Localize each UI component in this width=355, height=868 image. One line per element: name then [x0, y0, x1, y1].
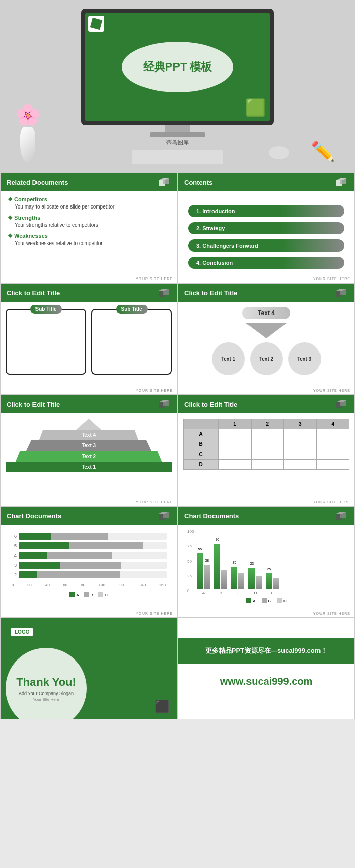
hbar-row-1: 6: [11, 533, 167, 540]
bar-group-5: 25 E: [266, 573, 279, 595]
strengths-desc: Your strengths relative to competitors: [15, 222, 170, 228]
hbar-row-4: 3: [11, 562, 167, 569]
contents-panel: Contents 1. Introduction 2. Strategy 3. …: [178, 172, 355, 283]
edit-panel-3: Click to Edit Title Text 4 Text 3 Text 2…: [0, 395, 178, 506]
cell-c4: [316, 449, 349, 460]
pyramid-chart: Text 4 Text 3 Text 2 Text 1: [1, 413, 177, 477]
related-docs-panel: Related Documents Competitors You may to…: [0, 172, 178, 283]
cell-b3: [284, 439, 316, 449]
cube-icon-4: [334, 286, 348, 300]
related-item-competitors: Competitors You may to allocate one slid…: [8, 196, 170, 210]
circles-row: Text 1 Text 2 Text 3: [183, 342, 349, 375]
cube-icon-2: [334, 175, 348, 189]
col-header-1: 1: [219, 419, 251, 429]
hbar-chart-body: 6 5 4: [1, 525, 177, 605]
bar-groups: 55 38 A 90: [197, 529, 345, 595]
promo-line1: 更多精品PPT资源尽在—sucai999.com！: [205, 647, 328, 654]
legend-c: C: [98, 592, 108, 597]
contents-header: Contents: [178, 173, 354, 191]
hbar-green-1: [19, 533, 51, 540]
cell-a4: [316, 429, 349, 439]
bar-group-1: 55 38 A: [197, 553, 210, 595]
bar-gray-5: [273, 578, 279, 589]
bar-group-4: 33 D: [248, 568, 262, 595]
edit-title-1: Click to Edit Title: [7, 289, 60, 297]
related-docs-title: Related Documents: [7, 179, 68, 186]
promo-url: www.sucai999.com: [220, 676, 313, 687]
row-header-a: A: [184, 429, 219, 439]
bar-pair-4: 33: [248, 568, 262, 589]
pyramid-level-1: Text 1: [6, 462, 172, 472]
cell-b2: [251, 439, 283, 449]
col-box-1: Sub Title: [6, 309, 86, 375]
chart-header-2: Chart Documents: [178, 507, 354, 525]
two-col-boxes: Sub Title Sub Title: [1, 304, 177, 380]
chart-title-1: Chart Documents: [7, 512, 61, 520]
cell-a3: [284, 429, 316, 439]
hbar-gray-3: [47, 552, 112, 559]
contents-title: Contents: [184, 179, 212, 186]
promo-line1-block: 更多精品PPT资源尽在—sucai999.com！: [178, 638, 354, 664]
bar-xlabel-2: B: [220, 591, 222, 595]
edit-title-4: Click to Edit Title: [184, 401, 237, 408]
bar-gray-4: [256, 576, 262, 589]
contents-btn-2: 2. Strategy: [188, 222, 344, 234]
row-header-c: C: [184, 449, 219, 460]
bar3d-chart-body: 1007550250 55 38 A: [178, 525, 354, 607]
pyramid-level-4: Text 4: [39, 430, 139, 440]
cell-c2: [251, 449, 283, 460]
pencils-decoration: ✏️: [311, 140, 335, 162]
thankyou-sub: Add Your Company Slogan: [19, 691, 74, 696]
footer-watermark-7: YOUR SITE HERE: [136, 612, 173, 615]
table-row-a: A: [184, 429, 349, 439]
thankyou-panel: LOGO Thank You! Add Your Company Slogan …: [0, 618, 178, 719]
cube-icon-3: [157, 286, 171, 300]
table-row-b: B: [184, 439, 349, 449]
footer-watermark-5: YOUR SITE HERE: [136, 500, 173, 504]
contents-btn-3: 3. Challengers Forward: [188, 239, 344, 252]
cube-icon-8: [334, 509, 348, 523]
hero-section: 🌸 经典PPT 模板 🟩 蒂鸟图库: [0, 0, 355, 172]
cell-a2: [251, 429, 283, 439]
bar-pair-1: 55 38: [197, 553, 210, 589]
data-table: 1 2 3 4 A B: [183, 419, 349, 470]
bar-green-2: 90: [214, 544, 220, 589]
circle-1: Text 1: [212, 342, 245, 375]
thankyou-body: LOGO Thank You! Add Your Company Slogan …: [1, 618, 177, 719]
table-corner: [184, 419, 219, 429]
weaknesses-desc: Your weaknesses relative to competitor: [15, 240, 170, 246]
footer-watermark-6: YOUR SITE HERE: [313, 500, 350, 504]
cell-c1: [219, 449, 251, 460]
contents-btn-4: 4. Conclusion: [188, 257, 344, 269]
edit-header-2: Click to Edit Title: [178, 284, 354, 302]
table-row-d: D: [184, 460, 349, 470]
pyramid-level-2: Text 2: [16, 451, 162, 462]
cube-icon-6: [334, 397, 348, 411]
chart-panel-1: Chart Documents 6 5: [0, 506, 178, 618]
cube-icon-5: [157, 397, 171, 411]
bar-pair-2: 90: [214, 544, 227, 589]
monitor-subtitle: 蒂鸟图库: [81, 138, 274, 146]
slides-grid: Related Documents Competitors You may to…: [0, 172, 355, 719]
bar-pair-5: 25: [266, 573, 279, 589]
hbar-green-2: [19, 542, 69, 549]
contents-btn-1: 1. Introduction: [188, 205, 344, 217]
cell-c3: [284, 449, 316, 460]
edit-header-3: Click to Edit Title: [1, 395, 177, 413]
footer-watermark-4: YOUR SITE HERE: [313, 389, 350, 392]
vase-decoration: 🌸: [15, 103, 41, 162]
bar-gray-1: 38: [204, 565, 210, 589]
chart-legend: A B C: [11, 592, 167, 597]
cell-d3: [284, 460, 316, 470]
promo-url-block: www.sucai999.com: [178, 664, 354, 700]
edit-header-1: Click to Edit Title: [1, 284, 177, 302]
cell-b1: [219, 439, 251, 449]
col-header-3: 3: [284, 419, 316, 429]
bar-green-5: 25: [266, 573, 272, 589]
edit-title-3: Click to Edit Title: [7, 401, 60, 408]
related-item-strengths: Strengths Your strengths relative to com…: [8, 215, 170, 228]
cell-a1: [219, 429, 251, 439]
edit-title-2: Click to Edit Title: [184, 289, 237, 297]
weaknesses-title: Weaknesses: [8, 233, 170, 239]
footer-watermark-3: YOUR SITE HERE: [136, 389, 173, 392]
